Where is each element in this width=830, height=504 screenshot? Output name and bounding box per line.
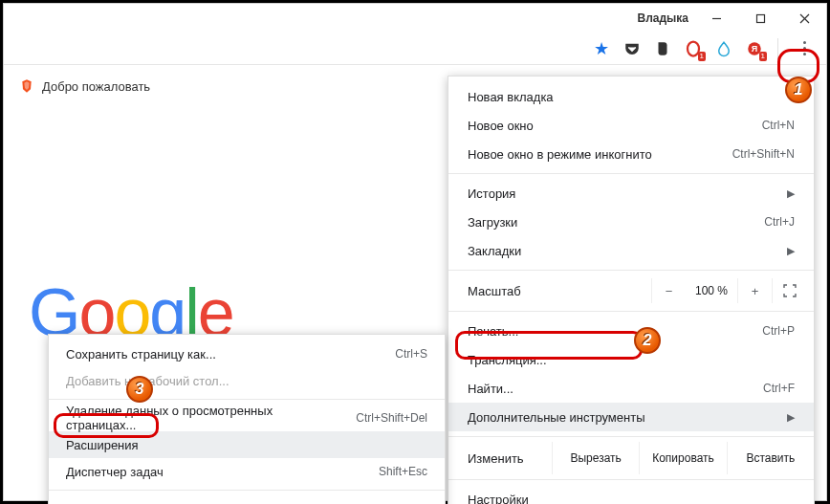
- submenu-extensions[interactable]: Расширения: [49, 431, 445, 458]
- profile-name[interactable]: Владыка: [637, 11, 688, 25]
- menu-separator: [448, 311, 814, 312]
- submenu-save-as[interactable]: Сохранить страницу как...Ctrl+S: [49, 340, 445, 367]
- bookmark-star-icon[interactable]: ★: [590, 37, 613, 60]
- main-menu-button[interactable]: [790, 35, 819, 62]
- menu-more-tools[interactable]: Дополнительные инструменты▶: [448, 403, 814, 431]
- menu-cast[interactable]: Трансляция...: [448, 345, 814, 374]
- brave-icon: [19, 78, 34, 94]
- maximize-button[interactable]: [738, 4, 782, 33]
- submenu-task-manager[interactable]: Диспетчер задачShift+Esc: [49, 458, 445, 485]
- toolbar-divider: [777, 38, 778, 59]
- drop-icon[interactable]: [712, 37, 735, 60]
- cut-button[interactable]: Вырезать: [552, 442, 639, 474]
- copy-button[interactable]: Копировать: [639, 442, 726, 474]
- svg-rect-1: [756, 14, 764, 22]
- zoom-label: Масштаб: [468, 284, 651, 298]
- menu-bookmarks[interactable]: Закладки▶: [448, 236, 814, 265]
- menu-separator: [49, 490, 445, 491]
- chevron-right-icon: ▶: [787, 411, 795, 424]
- zoom-value: 100 %: [686, 284, 737, 297]
- pocket-icon[interactable]: [621, 37, 644, 60]
- menu-find[interactable]: Найти...Ctrl+F: [448, 374, 814, 403]
- menu-separator: [448, 479, 814, 480]
- menu-zoom-row: Масштаб − 100 % +: [448, 275, 814, 306]
- submenu-dev-tools[interactable]: Инструменты разработчикаCtrl+Shift+I: [49, 495, 445, 504]
- menu-downloads[interactable]: ЗагрузкиCtrl+J: [448, 208, 814, 236]
- chevron-right-icon: ▶: [787, 245, 795, 257]
- menu-history[interactable]: История▶: [448, 179, 814, 208]
- three-dots-icon: [803, 41, 806, 55]
- opera-icon[interactable]: 1: [682, 37, 705, 60]
- zoom-out-button[interactable]: −: [651, 278, 686, 303]
- close-button[interactable]: [782, 4, 826, 33]
- minimize-button[interactable]: [694, 4, 738, 33]
- submenu-add-desktop: Добавить на рабочий стол...: [49, 367, 445, 394]
- submenu-clear-data[interactable]: Удаление данных о просмотренных страница…: [49, 405, 445, 431]
- opera-badge: 1: [698, 52, 706, 61]
- yandex-badge: 1: [759, 52, 767, 61]
- menu-print[interactable]: Печать...Ctrl+P: [448, 317, 814, 345]
- menu-new-window[interactable]: Новое окноCtrl+N: [448, 111, 814, 140]
- chevron-right-icon: ▶: [787, 187, 795, 200]
- menu-separator: [448, 173, 814, 174]
- window-titlebar: Владыка: [4, 4, 826, 33]
- menu-separator: [448, 270, 814, 271]
- browser-toolbar: ★ 1 Я 1: [4, 33, 826, 65]
- edit-label: Изменить: [468, 451, 552, 466]
- menu-edit-row: Изменить Вырезать Копировать Вставить: [448, 442, 814, 474]
- menu-separator: [448, 436, 814, 437]
- svg-text:Я: Я: [752, 44, 757, 54]
- menu-separator: [49, 399, 445, 400]
- yandex-icon[interactable]: Я 1: [743, 37, 766, 60]
- fullscreen-button[interactable]: [772, 278, 806, 303]
- main-menu: Новая вкладка Новое окноCtrl+N Новое окн…: [448, 76, 815, 504]
- paste-button[interactable]: Вставить: [727, 442, 814, 474]
- welcome-label: Добро пожаловать: [42, 79, 150, 94]
- menu-new-tab[interactable]: Новая вкладка: [448, 82, 814, 111]
- evernote-icon[interactable]: [651, 37, 674, 60]
- zoom-in-button[interactable]: +: [737, 278, 772, 303]
- menu-settings[interactable]: Настройки: [448, 485, 814, 504]
- more-tools-submenu: Сохранить страницу как...Ctrl+S Добавить…: [48, 334, 446, 504]
- menu-incognito[interactable]: Новое окно в режиме инкогнитоCtrl+Shift+…: [448, 140, 814, 168]
